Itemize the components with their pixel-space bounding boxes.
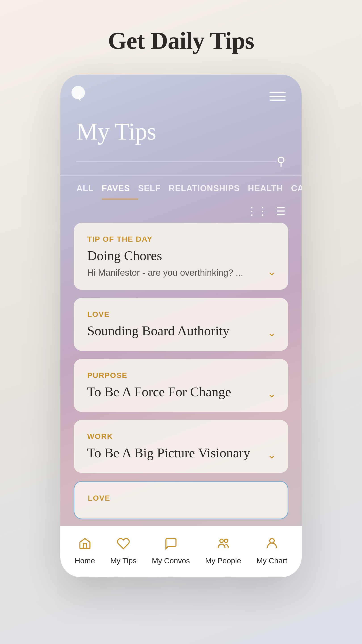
tip-card-purpose[interactable]: PURPOSE To Be A Force For Change ⌄ xyxy=(74,359,288,412)
card-1-label: Tip of the Day xyxy=(87,235,275,244)
filter-tabs: ALL FAVES SELF RELATIONSHIPS HEALTH CARE xyxy=(60,176,302,200)
card-1-title: Doing Chores xyxy=(87,248,275,264)
top-bar: ‹ xyxy=(60,75,302,111)
person-icon xyxy=(265,537,279,554)
people-icon xyxy=(217,537,230,554)
bottom-nav: Home My Tips My xyxy=(60,526,302,577)
card-5-label: LOVE xyxy=(88,494,274,502)
nav-my-tips[interactable]: My Tips xyxy=(110,537,137,565)
app-title-section: My Tips xyxy=(60,111,302,154)
tab-health[interactable]: HEALTH xyxy=(248,184,291,200)
tip-card-love-2[interactable]: LOVE xyxy=(74,481,288,519)
tip-card-work[interactable]: WORK To Be A Big Picture Visionary ⌄ xyxy=(74,420,288,473)
search-line xyxy=(76,161,277,162)
camera-dot xyxy=(71,86,85,99)
card-4-title: To Be A Big Picture Visionary xyxy=(87,445,275,461)
card-1-subtitle: Hi Manifestor - are you overthinking? ..… xyxy=(87,268,275,278)
list-view-icon[interactable]: ☰ xyxy=(276,205,286,217)
card-4-chevron: ⌄ xyxy=(267,448,276,461)
page-title: Get Daily Tips xyxy=(108,27,254,54)
card-2-title: Sounding Board Authority xyxy=(87,323,275,339)
hamburger-line-3 xyxy=(270,100,286,100)
tab-all[interactable]: ALL xyxy=(76,184,102,200)
card-1-chevron: ⌄ xyxy=(267,265,276,278)
tip-card-love-1[interactable]: LOVE Sounding Board Authority ⌄ xyxy=(74,298,288,351)
page-wrapper: Get Daily Tips ‹ My Tips ⚲ xyxy=(0,0,362,577)
tab-self[interactable]: SELF xyxy=(138,184,169,200)
svg-point-0 xyxy=(220,539,223,542)
nav-my-chart-label: My Chart xyxy=(257,556,287,565)
card-4-label: WORK xyxy=(87,432,275,441)
tab-faves[interactable]: FAVES xyxy=(102,184,138,200)
hamburger-line-2 xyxy=(270,96,286,97)
heart-icon xyxy=(117,537,130,554)
cards-area: Tip of the Day Doing Chores Hi Manifesto… xyxy=(60,223,302,526)
nav-my-tips-label: My Tips xyxy=(110,556,137,565)
phone-screen: ‹ My Tips ⚲ ALL FAVES SELF xyxy=(60,75,302,577)
svg-point-1 xyxy=(224,539,228,542)
nav-my-chart[interactable]: My Chart xyxy=(257,537,287,565)
phone-shell: ‹ My Tips ⚲ ALL FAVES SELF xyxy=(60,75,302,577)
tab-care[interactable]: CARE xyxy=(291,184,302,200)
search-row: ⚲ xyxy=(60,154,302,176)
card-3-chevron: ⌄ xyxy=(267,387,276,400)
svg-point-2 xyxy=(270,539,274,543)
card-2-label: LOVE xyxy=(87,310,275,319)
search-icon[interactable]: ⚲ xyxy=(277,154,286,168)
app-screen-title: My Tips xyxy=(76,118,286,145)
hamburger-line-1 xyxy=(270,92,286,93)
card-2-chevron: ⌄ xyxy=(267,326,276,339)
nav-my-convos[interactable]: My Convos xyxy=(152,537,190,565)
tab-relationships[interactable]: RELATIONSHIPS xyxy=(169,184,248,200)
menu-button[interactable] xyxy=(270,92,286,100)
tip-card-tip-of-day[interactable]: Tip of the Day Doing Chores Hi Manifesto… xyxy=(74,223,288,290)
card-3-label: PURPOSE xyxy=(87,371,275,380)
card-3-title: To Be A Force For Change xyxy=(87,384,275,400)
grid-view-icon[interactable]: ⋮⋮ xyxy=(247,205,268,217)
nav-home[interactable]: Home xyxy=(75,537,95,565)
nav-my-convos-label: My Convos xyxy=(152,556,190,565)
nav-my-people[interactable]: My People xyxy=(205,537,241,565)
chat-icon xyxy=(164,537,178,554)
view-toggle: ⋮⋮ ☰ xyxy=(60,200,302,223)
nav-home-label: Home xyxy=(75,556,95,565)
nav-my-people-label: My People xyxy=(205,556,241,565)
home-icon xyxy=(78,537,92,554)
